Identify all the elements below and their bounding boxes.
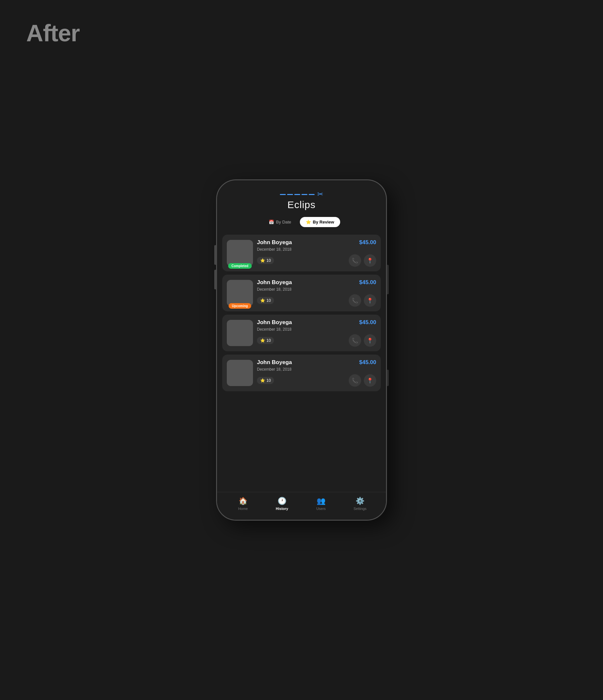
date-3: December 18, 2018 xyxy=(257,327,376,332)
location-button-3[interactable]: 📍 xyxy=(364,334,376,347)
rating-badge-1: ⭐ 10 xyxy=(257,257,274,264)
price-3: $45.00 xyxy=(359,319,376,326)
volume-up-button xyxy=(214,245,216,265)
call-button-4[interactable]: 📞 xyxy=(349,374,361,387)
power-button xyxy=(387,265,389,294)
phone-screen: ✂ Eclips 📅 By Date ⭐ By Review xyxy=(217,180,386,520)
app-header: ✂ Eclips 📅 By Date ⭐ By Review xyxy=(217,180,386,232)
appointment-card-4[interactable]: John Boyega $45.00 December 18, 2018 ⭐ 1… xyxy=(222,355,381,391)
dash-1 xyxy=(280,194,286,195)
client-name-2: John Boyega xyxy=(257,279,292,286)
appointment-card-1[interactable]: Completed John Boyega $45.00 December 18… xyxy=(222,235,381,271)
phone-icon-2: 📞 xyxy=(352,298,358,304)
card-top-3: John Boyega $45.00 xyxy=(257,319,376,326)
dash-4 xyxy=(301,194,307,195)
scissors-icon: ✂ xyxy=(317,190,323,199)
avatar-area-1: Completed xyxy=(227,240,253,266)
rating-value-3: 10 xyxy=(267,338,271,343)
date-2: December 18, 2018 xyxy=(257,287,376,292)
call-button-1[interactable]: 📞 xyxy=(349,254,361,267)
dash-5 xyxy=(309,194,315,195)
location-button-2[interactable]: 📍 xyxy=(364,294,376,307)
avatar-4 xyxy=(227,360,253,386)
location-icon-2: 📍 xyxy=(367,298,373,304)
nav-home-label: Home xyxy=(238,507,248,510)
calendar-icon: 📅 xyxy=(269,220,274,224)
logo-dashes: ✂ xyxy=(280,190,323,199)
rating-value-1: 10 xyxy=(267,258,271,263)
filter-by-date-label: By Date xyxy=(276,220,291,224)
action-buttons-4: 📞 📍 xyxy=(349,374,376,387)
call-button-3[interactable]: 📞 xyxy=(349,334,361,347)
star-icon-3: ⭐ xyxy=(260,338,265,343)
date-1: December 18, 2018 xyxy=(257,247,376,252)
phone-wrapper: ✂ Eclips 📅 By Date ⭐ By Review xyxy=(216,180,387,520)
filter-by-review-label: By Review xyxy=(313,220,334,224)
nav-settings[interactable]: ⚙️ Settings xyxy=(341,497,379,510)
action-buttons-2: 📞 📍 xyxy=(349,294,376,307)
rating-badge-4: ⭐ 10 xyxy=(257,377,274,384)
price-4: $45.00 xyxy=(359,359,376,366)
nav-users[interactable]: 👥 Users xyxy=(301,497,341,510)
card-top-1: John Boyega $45.00 xyxy=(257,239,376,246)
client-name-3: John Boyega xyxy=(257,319,292,326)
dash-2 xyxy=(287,194,293,195)
star-icon-4: ⭐ xyxy=(260,378,265,383)
nav-home[interactable]: 🏠 Home xyxy=(224,497,262,510)
nav-settings-label: Settings xyxy=(354,507,367,510)
appointments-list: Completed John Boyega $45.00 December 18… xyxy=(217,232,386,492)
settings-icon: ⚙️ xyxy=(356,497,365,505)
price-2: $45.00 xyxy=(359,279,376,286)
action-button xyxy=(387,370,389,386)
dash-3 xyxy=(294,194,300,195)
star-icon-2: ⭐ xyxy=(260,298,265,303)
avatar-2 xyxy=(227,280,253,306)
bottom-nav: 🏠 Home 🕐 History 👥 Users ⚙️ Settings xyxy=(217,492,386,520)
card-info-2: John Boyega $45.00 December 18, 2018 ⭐ 1… xyxy=(257,279,376,307)
phone-icon-4: 📞 xyxy=(352,377,358,384)
filter-by-review-button[interactable]: ⭐ By Review xyxy=(300,217,340,227)
card-info-4: John Boyega $45.00 December 18, 2018 ⭐ 1… xyxy=(257,359,376,387)
rating-value-4: 10 xyxy=(267,378,271,383)
appointment-card-3[interactable]: John Boyega $45.00 December 18, 2018 ⭐ 1… xyxy=(222,315,381,351)
star-icon-1: ⭐ xyxy=(260,258,265,263)
date-4: December 18, 2018 xyxy=(257,367,376,372)
rating-badge-3: ⭐ 10 xyxy=(257,337,274,344)
location-icon-1: 📍 xyxy=(367,257,373,264)
location-button-4[interactable]: 📍 xyxy=(364,374,376,387)
client-name-4: John Boyega xyxy=(257,359,292,366)
location-icon-4: 📍 xyxy=(367,377,373,384)
phone-icon-3: 📞 xyxy=(352,338,358,344)
star-filter-icon: ⭐ xyxy=(306,220,311,224)
client-name-1: John Boyega xyxy=(257,239,292,246)
history-icon: 🕐 xyxy=(278,497,286,505)
home-icon: 🏠 xyxy=(238,497,247,505)
filter-tabs: 📅 By Date ⭐ By Review xyxy=(263,217,340,227)
logo-area: ✂ Eclips xyxy=(280,190,323,210)
avatar-1 xyxy=(227,240,253,266)
card-bottom-1: ⭐ 10 📞 📍 xyxy=(257,254,376,267)
avatar-area-4 xyxy=(227,360,253,386)
nav-history-label: History xyxy=(276,507,288,510)
status-badge-1: Completed xyxy=(228,263,252,269)
card-top-2: John Boyega $45.00 xyxy=(257,279,376,286)
rating-badge-2: ⭐ 10 xyxy=(257,297,274,304)
volume-down-button xyxy=(214,270,216,290)
card-info-3: John Boyega $45.00 December 18, 2018 ⭐ 1… xyxy=(257,319,376,347)
page-label: After xyxy=(26,20,80,47)
card-bottom-3: ⭐ 10 📞 📍 xyxy=(257,334,376,347)
card-bottom-2: ⭐ 10 📞 📍 xyxy=(257,294,376,307)
phone-frame: ✂ Eclips 📅 By Date ⭐ By Review xyxy=(216,180,387,520)
avatar-area-3 xyxy=(227,320,253,346)
filter-by-date-button[interactable]: 📅 By Date xyxy=(263,217,297,227)
nav-history[interactable]: 🕐 History xyxy=(262,497,301,510)
price-1: $45.00 xyxy=(359,239,376,246)
card-info-1: John Boyega $45.00 December 18, 2018 ⭐ 1… xyxy=(257,239,376,267)
location-button-1[interactable]: 📍 xyxy=(364,254,376,267)
phone-icon-1: 📞 xyxy=(352,257,358,264)
action-buttons-3: 📞 📍 xyxy=(349,334,376,347)
action-buttons-1: 📞 📍 xyxy=(349,254,376,267)
appointment-card-2[interactable]: Upcoming John Boyega $45.00 December 18,… xyxy=(222,275,381,311)
nav-users-label: Users xyxy=(316,507,326,510)
call-button-2[interactable]: 📞 xyxy=(349,294,361,307)
